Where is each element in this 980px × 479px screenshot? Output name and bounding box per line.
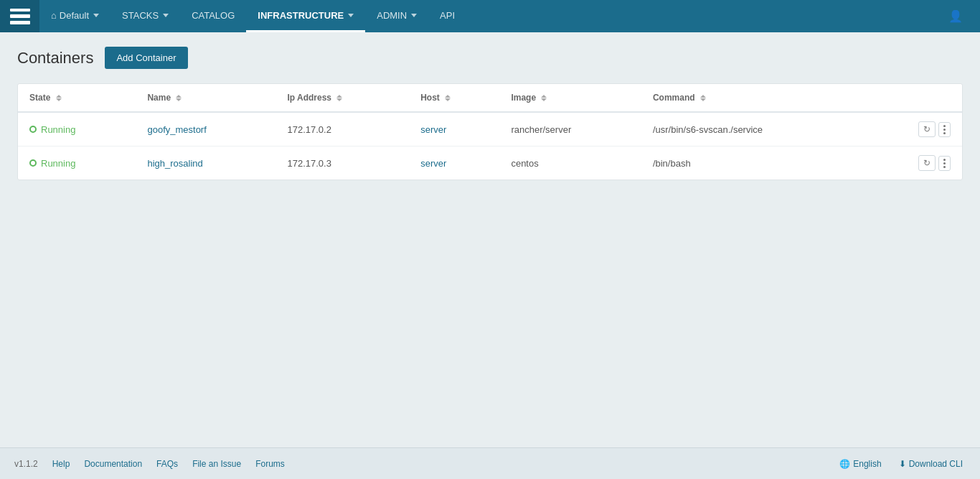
download-cli-label: Download CLI xyxy=(909,459,963,469)
state-dot xyxy=(29,159,37,167)
col-name[interactable]: Name xyxy=(136,84,275,112)
more-actions-button[interactable] xyxy=(938,122,951,137)
page-header: Containers Add Container xyxy=(17,47,963,69)
table-row: Runninggoofy_mestorf172.17.0.2serverranc… xyxy=(18,112,962,147)
cell-ip: 172.17.0.3 xyxy=(275,147,409,180)
navbar: ⌂ Default STACKS CATALOG INFRASTRUCTURE … xyxy=(0,0,980,32)
cell-state: Running xyxy=(18,112,136,147)
refresh-button[interactable] xyxy=(918,121,936,137)
nav-stacks-label: STACKS xyxy=(122,10,159,21)
state-dot xyxy=(29,126,37,133)
footer: v1.1.2 Help Documentation FAQs File an I… xyxy=(0,447,980,479)
cell-host[interactable]: server xyxy=(409,112,499,147)
container-name-link[interactable]: high_rosalind xyxy=(147,158,202,169)
cell-image: centos xyxy=(499,147,641,180)
refresh-icon xyxy=(923,124,930,134)
dots-icon xyxy=(943,125,946,134)
main-content: Containers Add Container State Name xyxy=(0,32,980,447)
nav-catalog-label: CATALOG xyxy=(192,10,235,21)
cell-state: Running xyxy=(18,147,136,180)
refresh-icon xyxy=(923,158,930,168)
host-link[interactable]: server xyxy=(420,124,446,135)
table-body: Runninggoofy_mestorf172.17.0.2serverranc… xyxy=(18,112,962,180)
containers-table-container: State Name Ip Address xyxy=(17,83,963,180)
footer-left: v1.1.2 Help Documentation FAQs File an I… xyxy=(14,459,285,469)
nav-catalog[interactable]: CATALOG xyxy=(180,0,246,32)
sort-icon-state xyxy=(56,95,62,101)
state-label: Running xyxy=(41,158,75,169)
state-label: Running xyxy=(41,124,75,135)
nav-stacks[interactable]: STACKS xyxy=(110,0,180,32)
container-name-link[interactable]: goofy_mestorf xyxy=(147,124,206,135)
cell-command: /bin/bash xyxy=(641,147,868,180)
dots-icon xyxy=(943,159,946,168)
nav-items: ⌂ Default STACKS CATALOG INFRASTRUCTURE … xyxy=(39,0,937,32)
chevron-down-icon xyxy=(348,14,354,17)
language-selector[interactable]: 🌐 English xyxy=(839,459,884,469)
cell-image: rancher/server xyxy=(499,112,641,147)
chevron-down-icon xyxy=(163,14,169,17)
nav-admin-label: ADMIN xyxy=(377,10,407,21)
brand-logo[interactable] xyxy=(0,0,39,32)
table-row: Runninghigh_rosalind172.17.0.3servercent… xyxy=(18,147,962,180)
col-state[interactable]: State xyxy=(18,84,136,112)
footer-forums-link[interactable]: Forums xyxy=(255,459,285,469)
cell-name[interactable]: goofy_mestorf xyxy=(136,112,275,147)
nav-default[interactable]: ⌂ Default xyxy=(39,0,110,32)
footer-file-issue-link[interactable]: File an Issue xyxy=(192,459,241,469)
version-label: v1.1.2 xyxy=(14,459,38,469)
nav-default-label: Default xyxy=(60,10,89,21)
chevron-down-icon xyxy=(411,14,417,17)
host-link[interactable]: server xyxy=(420,158,446,169)
language-label: English xyxy=(853,459,881,469)
col-host[interactable]: Host xyxy=(409,84,499,112)
col-actions xyxy=(868,84,962,112)
cell-ip: 172.17.0.2 xyxy=(275,112,409,147)
footer-help-link[interactable]: Help xyxy=(52,459,70,469)
download-cli-button[interactable]: ⬇ Download CLI xyxy=(899,459,966,469)
cell-host[interactable]: server xyxy=(409,147,499,180)
user-icon[interactable]: 👤 xyxy=(948,9,963,23)
nav-infrastructure[interactable]: INFRASTRUCTURE xyxy=(246,0,365,32)
globe-icon: 🌐 xyxy=(839,459,850,469)
table-header-row: State Name Ip Address xyxy=(18,84,962,112)
cell-command: /usr/bin/s6-svscan./service xyxy=(641,112,868,147)
home-icon: ⌂ xyxy=(51,10,57,21)
col-command[interactable]: Command xyxy=(641,84,868,112)
cell-actions xyxy=(868,112,962,147)
containers-table: State Name Ip Address xyxy=(18,84,962,180)
footer-right: 🌐 English ⬇ Download CLI xyxy=(839,459,966,469)
sort-icon-name xyxy=(176,95,182,101)
refresh-button[interactable] xyxy=(918,155,936,171)
logo-icon xyxy=(10,9,30,24)
footer-documentation-link[interactable]: Documentation xyxy=(84,459,142,469)
footer-faqs-link[interactable]: FAQs xyxy=(156,459,178,469)
nav-infrastructure-label: INFRASTRUCTURE xyxy=(258,10,344,21)
col-ip-address[interactable]: Ip Address xyxy=(275,84,409,112)
sort-icon-host xyxy=(445,95,451,101)
nav-user-area: 👤 xyxy=(937,0,980,32)
nav-admin[interactable]: ADMIN xyxy=(365,0,428,32)
more-actions-button[interactable] xyxy=(938,156,951,171)
sort-icon-image xyxy=(541,95,547,101)
add-container-button[interactable]: Add Container xyxy=(105,47,187,69)
cell-actions xyxy=(868,147,962,180)
sort-icon-ip xyxy=(336,95,342,101)
nav-api[interactable]: API xyxy=(428,0,466,32)
page-title: Containers xyxy=(17,49,93,68)
sort-icon-command xyxy=(700,95,706,101)
chevron-down-icon xyxy=(93,14,99,17)
nav-api-label: API xyxy=(440,10,455,21)
cell-name[interactable]: high_rosalind xyxy=(136,147,275,180)
download-icon: ⬇ xyxy=(899,459,906,469)
col-image[interactable]: Image xyxy=(499,84,641,112)
